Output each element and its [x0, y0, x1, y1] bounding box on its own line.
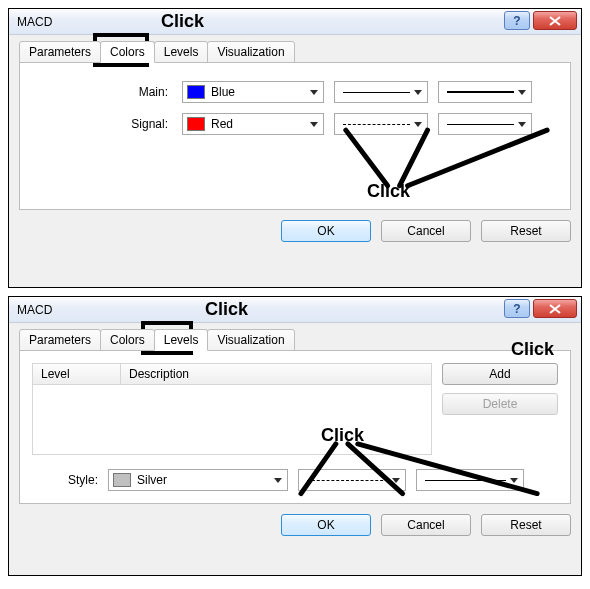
- tab-colors[interactable]: Colors: [100, 41, 155, 63]
- tab-parameters[interactable]: Parameters: [19, 329, 101, 351]
- titlebar[interactable]: MACD ?: [9, 9, 581, 35]
- reset-button[interactable]: Reset: [481, 514, 571, 536]
- main-color-select[interactable]: Blue: [182, 81, 324, 103]
- levels-table[interactable]: Level Description: [32, 363, 432, 455]
- signal-color-value: Red: [211, 117, 233, 131]
- reset-button[interactable]: Reset: [481, 220, 571, 242]
- add-button[interactable]: Add: [442, 363, 558, 385]
- tab-colors[interactable]: Colors: [100, 329, 155, 351]
- style-label: Style:: [32, 473, 98, 487]
- dialog-footer: OK Cancel Reset: [19, 220, 571, 242]
- signal-label: Signal:: [32, 117, 172, 131]
- close-icon: [548, 16, 562, 26]
- col-level[interactable]: Level: [33, 364, 121, 384]
- silver-swatch-icon: [113, 473, 131, 487]
- style-color-value: Silver: [137, 473, 167, 487]
- solid-line-icon: [447, 124, 514, 125]
- main-color-value: Blue: [211, 85, 235, 99]
- style-row: Style: Silver: [32, 469, 558, 491]
- col-description[interactable]: Description: [121, 364, 431, 384]
- signal-linestyle-select[interactable]: [334, 113, 428, 135]
- main-label: Main:: [32, 85, 172, 99]
- signal-linewidth-select[interactable]: [438, 113, 532, 135]
- cancel-button[interactable]: Cancel: [381, 514, 471, 536]
- style-color-select[interactable]: Silver: [108, 469, 288, 491]
- tab-visualization[interactable]: Visualization: [207, 41, 294, 63]
- help-button[interactable]: ?: [504, 11, 530, 30]
- chevron-down-icon: [310, 122, 318, 127]
- main-linestyle-select[interactable]: [334, 81, 428, 103]
- tab-levels[interactable]: Levels: [154, 41, 209, 63]
- chevron-down-icon: [274, 478, 282, 483]
- window-title: MACD: [17, 303, 52, 317]
- tab-visualization[interactable]: Visualization: [207, 329, 294, 351]
- style-linewidth-select[interactable]: [416, 469, 524, 491]
- tab-bar: Parameters Colors Levels Visualization: [19, 41, 571, 63]
- delete-button: Delete: [442, 393, 558, 415]
- chevron-down-icon: [518, 90, 526, 95]
- close-button[interactable]: [533, 11, 577, 30]
- close-button[interactable]: [533, 299, 577, 318]
- chevron-down-icon: [414, 122, 422, 127]
- window-title: MACD: [17, 15, 52, 29]
- signal-color-select[interactable]: Red: [182, 113, 324, 135]
- solid-line-icon: [343, 92, 410, 93]
- help-button[interactable]: ?: [504, 299, 530, 318]
- tab-parameters[interactable]: Parameters: [19, 41, 101, 63]
- levels-panel: Level Description Add Delete Style: Silv…: [19, 350, 571, 504]
- main-row: Main: Blue: [32, 81, 558, 103]
- colors-panel: Main: Blue Signal:: [19, 62, 571, 210]
- solid-line-icon: [425, 480, 506, 481]
- bold-line-icon: [447, 91, 514, 93]
- tab-bar: Parameters Colors Levels Visualization: [19, 329, 571, 351]
- levels-table-header: Level Description: [33, 364, 431, 385]
- dash-line-icon: [343, 124, 410, 125]
- signal-row: Signal: Red: [32, 113, 558, 135]
- macd-dialog-colors: MACD ? Parameters Colors Levels Visualiz…: [8, 8, 582, 288]
- chevron-down-icon: [310, 90, 318, 95]
- red-swatch-icon: [187, 117, 205, 131]
- dialog-footer: OK Cancel Reset: [19, 514, 571, 536]
- tab-levels[interactable]: Levels: [154, 329, 209, 351]
- close-icon: [548, 304, 562, 314]
- chevron-down-icon: [518, 122, 526, 127]
- chevron-down-icon: [414, 90, 422, 95]
- cancel-button[interactable]: Cancel: [381, 220, 471, 242]
- ok-button[interactable]: OK: [281, 220, 371, 242]
- dash-line-icon: [307, 480, 388, 481]
- blue-swatch-icon: [187, 85, 205, 99]
- titlebar[interactable]: MACD ?: [9, 297, 581, 323]
- style-linestyle-select[interactable]: [298, 469, 406, 491]
- chevron-down-icon: [392, 478, 400, 483]
- ok-button[interactable]: OK: [281, 514, 371, 536]
- chevron-down-icon: [510, 478, 518, 483]
- main-linewidth-select[interactable]: [438, 81, 532, 103]
- macd-dialog-levels: MACD ? Parameters Colors Levels Visualiz…: [8, 296, 582, 576]
